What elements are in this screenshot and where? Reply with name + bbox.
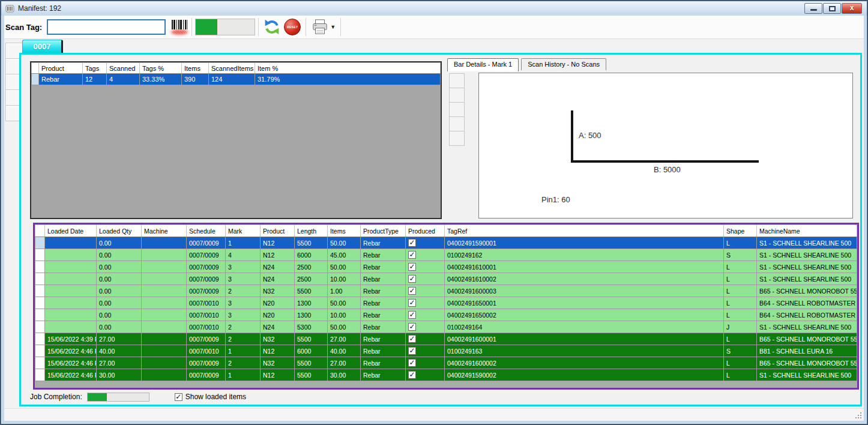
print-dropdown-icon[interactable]: ▼ <box>330 24 336 30</box>
cell[interactable]: 27.00 <box>97 357 142 369</box>
produced-checkbox[interactable]: ✓ <box>408 347 416 355</box>
cell[interactable]: 0007/0009 <box>187 369 226 381</box>
cell[interactable]: N12 <box>261 369 295 381</box>
cell[interactable]: N12 <box>261 237 295 249</box>
cell[interactable]: 3 <box>226 297 261 309</box>
cell[interactable]: 2500 <box>295 261 328 273</box>
row-header-cell[interactable] <box>35 285 45 297</box>
cell[interactable]: 12 <box>83 74 107 85</box>
cell[interactable]: 50.00 <box>328 321 361 333</box>
table-row[interactable]: Rebar12433.33%39012431.79% <box>32 74 441 85</box>
column-header[interactable]: Length <box>295 225 328 237</box>
cell[interactable] <box>45 261 97 273</box>
produced-checkbox[interactable]: ✓ <box>408 335 416 343</box>
produced-checkbox[interactable]: ✓ <box>408 371 416 379</box>
cell[interactable]: 0.00 <box>97 309 142 321</box>
cell[interactable]: 5300 <box>295 321 328 333</box>
cell[interactable]: Rebar <box>39 74 83 85</box>
detail-box[interactable] <box>449 73 465 88</box>
cell[interactable]: 27.00 <box>328 357 361 369</box>
cell[interactable]: 0007/0009 <box>187 273 226 285</box>
cell[interactable]: L <box>724 369 757 381</box>
cell[interactable]: 15/06/2022 4:46 PM <box>45 357 97 369</box>
produced-checkbox[interactable]: ✓ <box>408 263 416 271</box>
column-header[interactable]: Tags % <box>140 63 182 74</box>
cell[interactable]: Rebar <box>361 321 406 333</box>
cell[interactable]: 10.00 <box>328 273 361 285</box>
cell[interactable]: 3 <box>226 273 261 285</box>
cell[interactable]: S <box>724 345 757 357</box>
table-row[interactable]: 15/06/2022 4:46 PM40.000007/00101N126000… <box>35 345 857 357</box>
column-header[interactable]: Scanned <box>107 63 140 74</box>
column-header[interactable]: MachineName <box>757 225 857 237</box>
cell-produced[interactable]: ✓ <box>406 333 445 345</box>
column-header[interactable]: Items <box>328 225 361 237</box>
cell[interactable]: N32 <box>261 333 295 345</box>
column-header[interactable]: TagRef <box>445 225 724 237</box>
cell[interactable]: N20 <box>261 309 295 321</box>
cell[interactable]: 5500 <box>295 237 328 249</box>
produced-checkbox[interactable]: ✓ <box>408 239 416 247</box>
cell[interactable]: N12 <box>261 249 295 261</box>
cell-produced[interactable]: ✓ <box>406 357 445 369</box>
cell[interactable] <box>142 357 187 369</box>
tab-bar-details[interactable]: Bar Details - Mark 1 <box>447 58 519 71</box>
table-row[interactable]: 15/06/2022 4:46 PM27.000007/00092N325500… <box>35 357 857 369</box>
cell[interactable]: 2 <box>226 285 261 297</box>
cell[interactable]: B65 - SCHNELL MONOROBOT 55/12 <box>757 333 857 345</box>
tab-scan-history[interactable]: Scan History - No Scans <box>521 58 606 70</box>
cell[interactable]: 5500 <box>295 357 328 369</box>
column-header[interactable]: Produced <box>406 225 445 237</box>
produced-checkbox[interactable]: ✓ <box>408 251 416 259</box>
scan-tag-input[interactable] <box>47 19 166 35</box>
cell[interactable]: 40.00 <box>97 345 142 357</box>
cell[interactable]: 4 <box>226 249 261 261</box>
cell[interactable]: 6000 <box>295 249 328 261</box>
cell-produced[interactable]: ✓ <box>406 369 445 381</box>
print-button[interactable]: ▼ <box>311 19 336 35</box>
cell[interactable]: 1300 <box>295 297 328 309</box>
cell[interactable] <box>45 273 97 285</box>
cell[interactable]: Rebar <box>361 345 406 357</box>
cell[interactable]: L <box>724 333 757 345</box>
cell[interactable]: 04002491650002 <box>445 309 724 321</box>
cell[interactable]: 0007/0009 <box>187 333 226 345</box>
cell[interactable]: 0007/0010 <box>187 309 226 321</box>
produced-checkbox[interactable]: ✓ <box>408 359 416 367</box>
cell[interactable]: L <box>724 237 757 249</box>
cell[interactable]: 390 <box>182 74 209 85</box>
cell[interactable]: Rebar <box>361 309 406 321</box>
table-row[interactable]: 0.000007/00103N20130050.00Rebar✓04002491… <box>35 297 857 309</box>
column-header[interactable]: ProductType <box>361 225 406 237</box>
cell[interactable]: 30.00 <box>328 369 361 381</box>
column-header[interactable]: Product <box>39 63 83 74</box>
cell[interactable]: 2 <box>226 357 261 369</box>
cell[interactable]: 15/06/2022 4:46 PM <box>45 369 97 381</box>
cell[interactable]: Rebar <box>361 333 406 345</box>
column-header[interactable]: Loaded Date <box>45 225 97 237</box>
cell[interactable]: 10.00 <box>328 309 361 321</box>
cell[interactable]: Rebar <box>361 249 406 261</box>
column-header[interactable]: Mark <box>226 225 261 237</box>
cell[interactable]: L <box>724 285 757 297</box>
cell[interactable]: Rebar <box>361 285 406 297</box>
cell[interactable] <box>142 333 187 345</box>
cell[interactable]: 45.00 <box>328 249 361 261</box>
cell[interactable]: 27.00 <box>97 333 142 345</box>
cell[interactable] <box>142 249 187 261</box>
column-header[interactable]: Product <box>261 225 295 237</box>
produced-checkbox[interactable]: ✓ <box>408 323 416 331</box>
minimize-button[interactable] <box>804 3 822 14</box>
cell[interactable]: 50.00 <box>328 237 361 249</box>
cell[interactable]: S1 - SCHNELL SHEARLINE 500 <box>757 321 857 333</box>
cell[interactable]: Rebar <box>361 237 406 249</box>
cell[interactable]: L <box>724 297 757 309</box>
produced-checkbox[interactable]: ✓ <box>408 311 416 319</box>
cell[interactable]: Rebar <box>361 369 406 381</box>
cell[interactable]: S <box>724 249 757 261</box>
table-row[interactable]: 0.000007/00094N12600045.00Rebar✓01002491… <box>35 249 857 261</box>
cell[interactable]: B65 - SCHNELL MONOROBOT 55/12 <box>757 357 857 369</box>
cell[interactable]: 50.00 <box>328 261 361 273</box>
tab-0007[interactable]: 0007 <box>22 40 63 53</box>
cell[interactable]: 0007/0009 <box>187 249 226 261</box>
